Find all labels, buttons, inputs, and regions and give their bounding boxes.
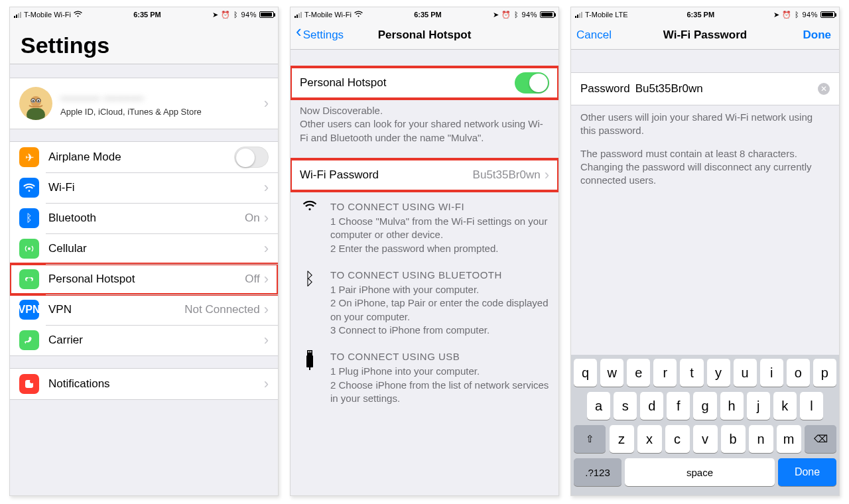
wifi-password-value: Bu5t35Br0wn	[473, 168, 541, 182]
svg-rect-11	[307, 350, 312, 355]
backspace-key[interactable]: ⌫	[805, 425, 836, 453]
key-b[interactable]: b	[721, 425, 746, 453]
connect-bt-step2: 2 On iPhone, tap Pair or enter the code …	[330, 296, 549, 324]
svg-point-5	[38, 100, 40, 102]
hotspot-value: Off	[245, 273, 259, 286]
hotspot-toggle-row[interactable]: Personal Hotspot	[291, 68, 558, 98]
key-n[interactable]: n	[749, 425, 773, 453]
key-a[interactable]: a	[587, 392, 610, 420]
carrier-label: T-Mobile Wi-Fi	[304, 11, 352, 19]
wifi-row[interactable]: Wi-Fi ›	[10, 172, 278, 203]
space-key[interactable]: space	[625, 458, 775, 486]
key-e[interactable]: e	[627, 359, 650, 387]
hotspot-toggle[interactable]	[515, 72, 549, 94]
cancel-button[interactable]: Cancel	[576, 29, 612, 42]
kb-row2: asdfghjkl	[574, 392, 836, 420]
key-l[interactable]: l	[800, 392, 823, 420]
bluetooth-label: Bluetooth	[48, 212, 245, 225]
key-g[interactable]: g	[693, 392, 716, 420]
key-j[interactable]: j	[747, 392, 770, 420]
status-bar: T-Mobile Wi-Fi 6:35 PM ➤ ⏰ ᛒ 94%	[10, 7, 278, 21]
alarm-icon: ⏰	[501, 11, 511, 19]
wifi-value	[161, 182, 260, 193]
location-icon: ➤	[493, 11, 499, 19]
key-k[interactable]: k	[773, 392, 797, 420]
wifi-icon	[74, 11, 82, 19]
bluetooth-row[interactable]: ᛒ Bluetooth On ›	[10, 203, 278, 233]
airplane-toggle[interactable]	[234, 147, 269, 168]
svg-point-4	[33, 100, 34, 102]
wifi-label: Wi-Fi	[48, 181, 161, 194]
alarm-icon: ⏰	[782, 11, 792, 19]
key-p[interactable]: p	[813, 359, 836, 387]
clock: 6:35 PM	[686, 11, 714, 19]
symbols-key[interactable]: .?123	[574, 458, 621, 486]
key-r[interactable]: r	[653, 359, 677, 387]
carrier-row[interactable]: Carrier ›	[10, 325, 278, 355]
password-row[interactable]: Password Bu5t35Br0wn ✕	[571, 73, 839, 105]
bluetooth-icon: ᛒ	[233, 11, 239, 19]
back-button[interactable]: Settings	[296, 29, 344, 42]
battery-icon	[540, 11, 555, 18]
wifi-password-row[interactable]: Wi-Fi Password Bu5t35Br0wn ›	[291, 160, 558, 190]
screenshot-password: T-Mobile LTE 6:35 PM ➤ ⏰ ᛒ 94% Cancel Wi…	[570, 7, 840, 496]
profile-sub: Apple ID, iCloud, iTunes & App Store	[60, 107, 264, 117]
key-h[interactable]: h	[720, 392, 744, 420]
key-u[interactable]: u	[734, 359, 757, 387]
clock: 6:35 PM	[414, 11, 442, 19]
shift-key[interactable]: ⇧	[574, 425, 606, 453]
keyboard[interactable]: qwertyuiop asdfghjkl ⇧ zxcvbnm ⌫ .?123 s…	[571, 355, 839, 495]
connect-wifi-step2: 2 Enter the password when prompted.	[330, 242, 549, 255]
airplane-mode-row[interactable]: ✈ Airplane Mode	[10, 142, 278, 172]
nav-bar: Cancel Wi-Fi Password Done	[571, 21, 839, 50]
key-c[interactable]: c	[665, 425, 690, 453]
notifications-icon	[19, 374, 39, 394]
connect-wifi-hdr: TO CONNECT USING WI-FI	[330, 200, 549, 214]
location-icon: ➤	[212, 11, 219, 19]
back-label: Settings	[303, 29, 344, 42]
cellular-icon	[19, 239, 39, 259]
connect-usb-step2: 2 Choose iPhone from the list of network…	[330, 379, 549, 406]
keyboard-done-key[interactable]: Done	[778, 458, 836, 486]
notifications-row[interactable]: Notifications ›	[10, 369, 278, 399]
vpn-label: VPN	[48, 303, 184, 316]
kb-row3: ⇧ zxcvbnm ⌫	[574, 425, 836, 453]
key-d[interactable]: d	[640, 392, 663, 420]
key-w[interactable]: w	[600, 359, 623, 387]
personal-hotspot-row[interactable]: Personal Hotspot Off ›	[10, 264, 278, 294]
key-x[interactable]: x	[637, 425, 662, 453]
password-input[interactable]: Bu5t35Br0wn	[635, 82, 703, 95]
cellular-row[interactable]: Cellular ›	[10, 233, 278, 264]
bluetooth-icon: ᛒ	[795, 11, 800, 19]
key-f[interactable]: f	[667, 392, 690, 420]
location-icon: ➤	[773, 11, 780, 19]
apple-id-row[interactable]: ——— ——— Apple ID, iCloud, iTunes & App S…	[10, 78, 278, 129]
password-help1: Other users will join your shared Wi-Fi …	[571, 105, 839, 141]
vpn-icon: VPN	[19, 300, 39, 320]
bluetooth-settings-icon: ᛒ	[19, 208, 39, 228]
status-bar: T-Mobile Wi-Fi 6:35 PM ➤ ⏰ ᛒ 94%	[291, 7, 558, 21]
carrier-label: T-Mobile Wi-Fi	[24, 11, 71, 19]
svg-rect-12	[308, 351, 310, 353]
key-s[interactable]: s	[614, 392, 637, 420]
key-z[interactable]: z	[610, 425, 634, 453]
key-t[interactable]: t	[680, 359, 703, 387]
key-o[interactable]: o	[787, 359, 810, 387]
wifi-icon	[300, 200, 320, 255]
done-button[interactable]: Done	[803, 29, 832, 42]
key-v[interactable]: v	[693, 425, 718, 453]
clear-icon[interactable]: ✕	[818, 83, 830, 95]
carrier-icon	[19, 330, 39, 350]
key-y[interactable]: y	[707, 359, 730, 387]
svg-rect-1	[27, 108, 45, 120]
battery-percent: 94%	[521, 11, 537, 19]
key-q[interactable]: q	[574, 359, 597, 387]
airplane-icon: ✈	[19, 147, 39, 167]
vpn-row[interactable]: VPN VPN Not Connected ›	[10, 294, 278, 325]
key-m[interactable]: m	[777, 425, 801, 453]
kb-row4: .?123 space Done	[574, 458, 836, 486]
connect-usb-step1: 1 Plug iPhone into your computer.	[330, 365, 549, 378]
airplane-label: Airplane Mode	[48, 151, 234, 164]
key-i[interactable]: i	[760, 359, 783, 387]
svg-rect-14	[306, 355, 313, 367]
